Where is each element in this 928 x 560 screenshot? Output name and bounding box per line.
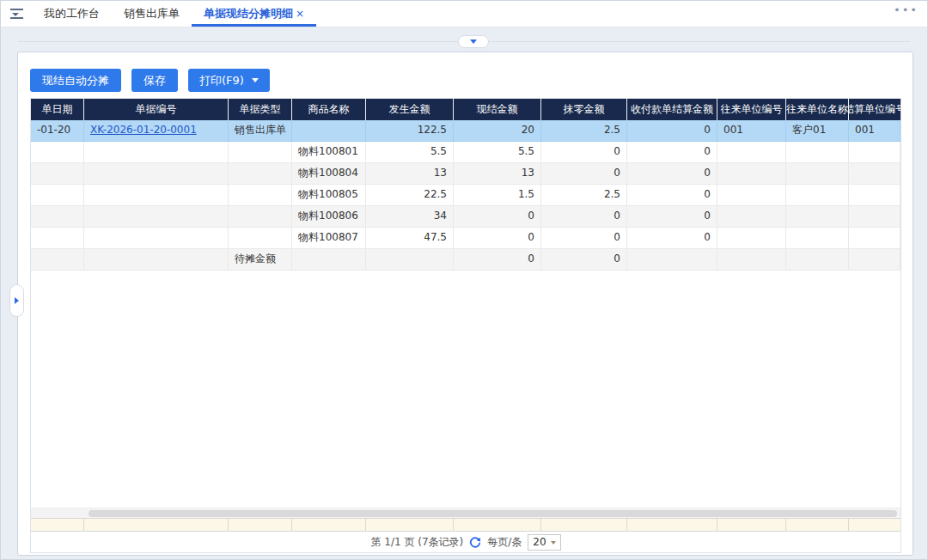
table-cell: -01-20: [31, 120, 84, 142]
table-cell: [84, 185, 229, 206]
table-cell: [229, 206, 292, 228]
table-cell: 13: [366, 163, 454, 185]
summary-cell: [31, 519, 84, 531]
table-row[interactable]: 物料100804131300: [31, 163, 901, 185]
save-button[interactable]: 保存: [131, 69, 178, 92]
table-cell: [717, 228, 786, 249]
table-cell: [786, 163, 849, 185]
table-cell: [849, 206, 901, 228]
column-header[interactable]: 现结金额: [454, 99, 541, 120]
summary-cell: [541, 519, 627, 531]
table-row[interactable]: 物料10080522.51.52.50: [31, 185, 901, 206]
table-cell: 0: [541, 163, 627, 185]
more-options-icon[interactable]: •••: [894, 3, 919, 16]
table-row[interactable]: 物料10080747.5000: [31, 228, 901, 249]
tab-close-icon[interactable]: ×: [296, 8, 304, 20]
column-header[interactable]: 商品名称: [292, 99, 366, 120]
summary-cell: [292, 519, 366, 531]
tab-sales-outbound[interactable]: 销售出库单: [112, 1, 192, 27]
table-cell: [31, 185, 84, 206]
table-cell: 0: [627, 163, 717, 185]
table-cell: 2.5: [541, 185, 627, 206]
table-cell: [786, 228, 849, 249]
summary-cell: [454, 519, 541, 531]
table-cell: 物料100801: [292, 142, 366, 163]
page-size-value: 20: [533, 536, 546, 548]
column-header[interactable]: 结算单位编号: [849, 99, 901, 120]
table-cell: [717, 163, 786, 185]
column-header[interactable]: 抹零金额: [541, 99, 627, 120]
column-header[interactable]: 往来单位编号: [717, 99, 786, 120]
table-cell: [849, 249, 901, 271]
column-header[interactable]: 单据编号: [84, 99, 229, 120]
tab-workbench[interactable]: 我的工作台: [32, 1, 112, 27]
table-row[interactable]: 物料10080634000: [31, 206, 901, 228]
table-cell: [627, 249, 717, 271]
table-cell: 0: [454, 206, 541, 228]
table-row[interactable]: 待摊金额00: [31, 249, 901, 271]
select-caret-icon: [551, 541, 556, 547]
caret-down-icon: [252, 78, 259, 86]
app-root: { "tabbar": { "tabs": [ { "label": "我的工作…: [0, 0, 928, 560]
table-cell: [31, 206, 84, 228]
table-cell: 0: [627, 120, 717, 142]
auto-allocate-button[interactable]: 现结自动分摊: [30, 69, 121, 92]
summary-cell: [84, 519, 229, 531]
table-cell: [786, 206, 849, 228]
summary-cell: [717, 519, 786, 531]
table-cell: 1.5: [454, 185, 541, 206]
table-cell: 0: [454, 228, 541, 249]
table-cell: XK-2026-01-20-0001: [84, 120, 229, 142]
table-cell: [786, 249, 849, 271]
collapse-panel-toggle[interactable]: [458, 35, 489, 48]
tab-label: 单据现结分摊明细: [204, 7, 293, 20]
table-cell: [84, 228, 229, 249]
summary-cell: [786, 519, 849, 531]
table-cell: 47.5: [366, 228, 454, 249]
table-cell: [366, 249, 454, 271]
print-button[interactable]: 打印(F9): [188, 69, 270, 92]
menu-icon[interactable]: [9, 7, 25, 21]
table-cell: [292, 249, 366, 271]
document-link[interactable]: XK-2026-01-20-0001: [90, 124, 197, 136]
table-cell: 2.5: [541, 120, 627, 142]
table-cell: [84, 163, 229, 185]
table-row[interactable]: 物料1008015.55.500: [31, 142, 901, 163]
table-cell: [292, 120, 366, 142]
scrollbar-thumb[interactable]: [89, 510, 897, 517]
page-size-select[interactable]: 20: [528, 534, 560, 551]
column-header[interactable]: 往来单位名称: [786, 99, 849, 120]
table-cell: [717, 142, 786, 163]
table-cell: [31, 163, 84, 185]
table-cell: 0: [627, 142, 717, 163]
table-cell: 销售出库单: [229, 120, 292, 142]
table-row[interactable]: -01-20XK-2026-01-20-0001销售出库单122.5202.50…: [31, 120, 901, 142]
column-header[interactable]: 单据类型: [229, 99, 292, 120]
table-cell: 0: [627, 228, 717, 249]
table-cell: [31, 249, 84, 271]
table-cell: [31, 228, 84, 249]
table-cell: [786, 185, 849, 206]
column-header[interactable]: 收付款单结算金额: [627, 99, 717, 120]
tab-settlement-detail[interactable]: 单据现结分摊明细×: [192, 1, 316, 27]
summary-row: [31, 518, 901, 532]
refresh-icon[interactable]: [469, 536, 481, 548]
column-header[interactable]: 发生金额: [366, 99, 454, 120]
per-page-label: 每页/条: [487, 535, 522, 550]
table-cell: 物料100805: [292, 185, 366, 206]
table-cell: 物料100806: [292, 206, 366, 228]
column-header[interactable]: 单日期: [31, 99, 84, 120]
horizontal-scrollbar[interactable]: [31, 508, 901, 518]
table-cell: 5.5: [454, 142, 541, 163]
table-cell: 物料100807: [292, 228, 366, 249]
table-cell: 0: [541, 142, 627, 163]
table-cell: [717, 249, 786, 271]
data-grid: 单日期单据编号单据类型商品名称发生金额现结金额抹零金额收付款单结算金额往来单位编…: [30, 98, 901, 553]
table-cell: 0: [627, 206, 717, 228]
pager-bar: 第 1/1 页 (7条记录) 每页/条 20: [31, 532, 901, 552]
table-cell: [84, 206, 229, 228]
toolbar: 现结自动分摊 保存 打印(F9): [30, 69, 270, 92]
expand-sidebar-toggle[interactable]: [9, 284, 24, 317]
table-cell: 001: [717, 120, 786, 142]
summary-cell: [627, 519, 717, 531]
